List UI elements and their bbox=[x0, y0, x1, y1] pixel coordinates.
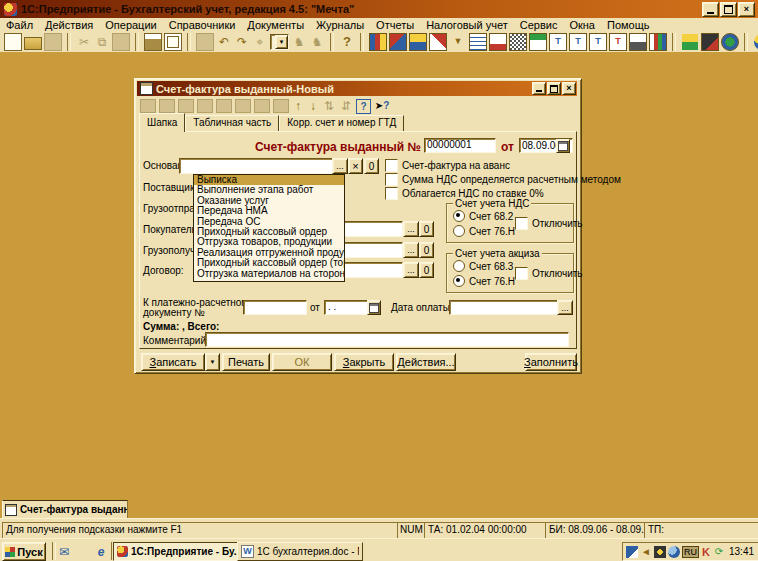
menu-documents[interactable]: Документы bbox=[241, 19, 310, 31]
restore-button[interactable] bbox=[720, 2, 737, 17]
menu-windows[interactable]: Окна bbox=[563, 19, 601, 31]
invoice-number-field[interactable]: 00000001 bbox=[424, 138, 496, 153]
osnovanie-clear-button[interactable]: × bbox=[348, 158, 363, 174]
text-report-icon-2[interactable]: Т bbox=[569, 33, 587, 51]
fill-button[interactable]: Заполнить bbox=[525, 353, 577, 371]
tray-scheduler-icon[interactable] bbox=[668, 546, 680, 558]
dropdown-item[interactable]: Передача ОС bbox=[194, 217, 344, 227]
antivirus-icon[interactable]: K bbox=[701, 546, 711, 558]
radio-icon[interactable] bbox=[453, 210, 465, 222]
undo-icon[interactable]: ↶ bbox=[216, 34, 232, 50]
menu-tax[interactable]: Налоговый учет bbox=[420, 19, 514, 31]
copy-icon[interactable]: ⧉ bbox=[94, 34, 110, 50]
osnovanie-dropdown[interactable]: Выписка Выполнение этапа работ Оказание … bbox=[193, 174, 345, 282]
toolbar-user-icon-2[interactable]: ♞ bbox=[309, 34, 325, 50]
menu-references[interactable]: Справочники bbox=[163, 19, 242, 31]
osnovanie-field[interactable] bbox=[179, 158, 333, 174]
dropdown-item[interactable]: Выполнение этапа работ bbox=[194, 185, 344, 195]
minimized-window[interactable]: Счет-фактура выданн... bbox=[2, 500, 128, 519]
radio-akciz-76n[interactable]: Счет 76.Н bbox=[453, 275, 515, 287]
dogovor-zero-button[interactable]: 0 bbox=[419, 262, 434, 278]
pokupatel-zero-button[interactable]: 0 bbox=[419, 221, 434, 237]
tray-display-icon[interactable] bbox=[654, 546, 666, 558]
print-icon[interactable] bbox=[144, 33, 162, 51]
calendar-button[interactable] bbox=[556, 139, 570, 153]
table-icon[interactable] bbox=[469, 33, 487, 51]
service-icon-1[interactable] bbox=[753, 33, 758, 51]
payment-date-field[interactable]: . . bbox=[324, 300, 371, 315]
documents-icon[interactable] bbox=[409, 33, 427, 51]
dropdown-item[interactable]: Оказание услуг bbox=[194, 196, 344, 206]
dialog-titlebar[interactable]: Счет-фактура выданный-Новый × bbox=[137, 81, 577, 96]
minimize-button[interactable] bbox=[702, 2, 719, 17]
language-indicator[interactable]: RU bbox=[682, 546, 699, 558]
menu-file[interactable]: Файл bbox=[0, 19, 39, 31]
dlg-tool-icon-4[interactable] bbox=[197, 99, 213, 113]
checkbox-avans[interactable]: Счет-фактура на аванс bbox=[385, 159, 510, 172]
report-icon[interactable] bbox=[369, 33, 387, 51]
menu-service[interactable]: Сервис bbox=[514, 19, 564, 31]
pokupatel-browse-button[interactable]: ... bbox=[403, 221, 419, 237]
toolbar-combobox[interactable]: ▼ bbox=[270, 34, 289, 50]
dogovor-browse-button[interactable]: ... bbox=[403, 262, 419, 278]
tab-korr-schet[interactable]: Корр. счет и номер ГТД bbox=[279, 115, 404, 132]
internet-icon[interactable] bbox=[721, 33, 739, 51]
ok-button[interactable]: ОК bbox=[272, 353, 332, 371]
move-down-icon[interactable]: ↓ bbox=[307, 98, 319, 114]
menu-help[interactable]: Помощь bbox=[601, 19, 656, 31]
paste-icon[interactable] bbox=[112, 33, 130, 51]
print-button[interactable]: Печать bbox=[222, 353, 270, 371]
checkbox-nds-raschet[interactable]: Сумма НДС определяется расчетным методом bbox=[385, 173, 621, 186]
sort-asc-icon[interactable]: ⇅ bbox=[322, 98, 336, 114]
radio-icon[interactable] bbox=[453, 275, 465, 287]
checkbox-icon[interactable] bbox=[385, 187, 398, 200]
pay-date-field[interactable] bbox=[449, 300, 558, 315]
save-icon[interactable] bbox=[44, 33, 62, 51]
pay-date-browse-button[interactable]: ... bbox=[557, 300, 573, 315]
gruzopoluchatel-zero-button[interactable]: 0 bbox=[419, 242, 434, 258]
radio-icon[interactable] bbox=[453, 260, 465, 272]
find-icon[interactable]: ⌖ bbox=[252, 34, 268, 50]
task-button-1c[interactable]: 1С:Предприятие - Бу... bbox=[113, 542, 241, 561]
dlg-tool-icon-7[interactable] bbox=[254, 99, 270, 113]
dropdown-item[interactable]: Передача НМА bbox=[194, 206, 344, 216]
dlg-tool-icon-8[interactable] bbox=[273, 99, 289, 113]
menu-actions[interactable]: Действия bbox=[39, 19, 99, 31]
osnovanie-browse-button[interactable]: ... bbox=[332, 158, 348, 174]
payment-calendar-button[interactable] bbox=[367, 300, 381, 315]
help-icon[interactable]: ? bbox=[339, 34, 355, 50]
dialog-help-icon[interactable]: ? bbox=[356, 99, 371, 114]
radio-nds-682[interactable]: Счет 68.2 bbox=[453, 210, 513, 222]
radio-icon[interactable] bbox=[453, 225, 465, 237]
save-report-icon[interactable] bbox=[629, 33, 647, 51]
radio-akciz-683[interactable]: Счет 68.3 bbox=[453, 260, 513, 272]
chart-icon[interactable] bbox=[649, 33, 667, 51]
tray-refresh-icon[interactable]: ⟳ bbox=[713, 546, 725, 558]
gruzopoluchatel-browse-button[interactable]: ... bbox=[403, 242, 419, 258]
dialog-close-button[interactable]: × bbox=[562, 82, 576, 95]
volume-icon[interactable]: ◄ bbox=[640, 546, 652, 558]
dlg-tool-icon-1[interactable] bbox=[140, 99, 156, 113]
move-up-icon[interactable]: ↑ bbox=[292, 98, 304, 114]
text-report-icon-4[interactable]: Т bbox=[609, 33, 627, 51]
tab-shapka[interactable]: Шапка bbox=[139, 113, 185, 132]
osnovanie-zero-button[interactable]: 0 bbox=[364, 158, 379, 174]
quicklaunch-mail-icon[interactable]: ✉ bbox=[56, 544, 72, 560]
cut-icon[interactable]: ✂ bbox=[76, 34, 92, 50]
dropdown-item[interactable]: Отгрузка материалов на сторону bbox=[194, 269, 344, 279]
checkbox-akciz-disable[interactable]: Отключить bbox=[515, 267, 583, 280]
journals-icon[interactable] bbox=[429, 33, 447, 51]
text-report-icon-3[interactable]: Т bbox=[589, 33, 607, 51]
text-report-icon-1[interactable]: Т bbox=[549, 33, 567, 51]
tray-network-icon[interactable] bbox=[626, 546, 638, 558]
dialog-minimize-button[interactable] bbox=[532, 82, 546, 95]
grid-icon[interactable] bbox=[509, 33, 527, 51]
assistant-icon[interactable] bbox=[681, 33, 699, 51]
menu-journals[interactable]: Журналы bbox=[310, 19, 370, 31]
new-document-icon[interactable] bbox=[4, 33, 22, 51]
actions-button[interactable]: Действия... bbox=[396, 353, 456, 371]
dropdown-item[interactable]: Выписка bbox=[194, 175, 344, 185]
tab-tablichnaya-chast[interactable]: Табличная часть bbox=[185, 115, 279, 132]
print-preview-icon[interactable] bbox=[164, 33, 182, 51]
comment-field[interactable] bbox=[205, 332, 569, 347]
